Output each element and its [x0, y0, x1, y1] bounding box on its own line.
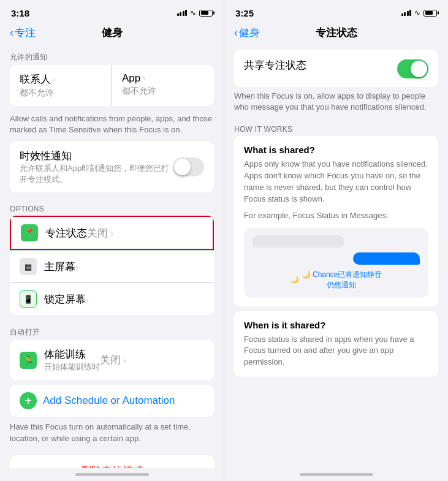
share-focus-text: 共享专注状态	[244, 58, 390, 72]
lock-screen-icon: 📱	[20, 290, 37, 308]
bubble-status-line1: 🌙 Chance已将通知静音	[302, 270, 382, 280]
right-status-time: 3:25	[235, 8, 254, 18]
battery-icon	[199, 10, 213, 17]
delete-label: 删除专注模式	[81, 465, 143, 468]
lock-screen-chevron-icon: ›	[86, 294, 89, 305]
left-back-button[interactable]: ‹ 专注	[10, 26, 36, 40]
focus-status-row[interactable]: 📍 专注状态 关闭 ›	[10, 216, 214, 250]
add-schedule-label: Add Schedule or Automation	[43, 395, 175, 407]
left-phone-panel: 3:18 ∿ ‹ 专注 健身 允许的通知 联系	[0, 0, 224, 481]
moon-icon: 🌙	[290, 276, 299, 284]
allowed-notifications-label: 允许的通知	[0, 45, 224, 65]
app-chevron-icon: ›	[143, 74, 145, 83]
app-col[interactable]: App › 都不允许	[112, 65, 214, 106]
add-help-text: Have this Focus turn on automatically at…	[0, 419, 224, 450]
how-it-works-label: HOW IT WORKS	[224, 119, 448, 136]
time-sensitive-card: 时效性通知 允许联系人和App即刻通知您，即便您已打开专注模式。	[10, 142, 214, 192]
workout-value: 关闭	[100, 353, 121, 367]
share-focus-toggle-knob	[411, 61, 427, 77]
bubble-status-line2: 仍然通知	[302, 280, 382, 290]
right-status-icons: ∿	[401, 9, 438, 17]
delete-button[interactable]: 删除专注模式	[10, 455, 214, 468]
home-screen-chevron-icon: ›	[75, 262, 78, 272]
right-nav-bar: ‹ 健身 专注状态	[224, 22, 448, 45]
message-demo: 🌙 🌙 Chance已将通知静音 仍然通知	[244, 228, 428, 298]
allow-help-text: Allow calls and notifications from peopl…	[0, 111, 224, 142]
right-signal-icon	[401, 10, 412, 16]
right-back-button[interactable]: ‹ 健身	[234, 26, 260, 40]
options-card: 📍 专注状态 关闭 › ▦ 主屏幕 › 📱 锁定屏幕 ›	[10, 216, 214, 315]
right-home-indicator	[300, 473, 373, 476]
wifi-icon: ∿	[190, 9, 196, 17]
add-icon: +	[20, 392, 37, 409]
share-focus-card: 共享专注状态	[234, 50, 438, 87]
back-chevron-icon: ‹	[10, 26, 13, 39]
auto-open-label: 自动打开	[0, 320, 224, 340]
bubble-left	[252, 235, 344, 248]
toggle-knob	[174, 159, 191, 175]
example-text: For example, Focus Status in Messages:	[244, 210, 428, 222]
contacts-app-card: 联系人 › 都不允许 App › 都不允许	[10, 65, 214, 106]
when-shared-card: When is it shared? Focus status is share…	[234, 311, 438, 377]
time-sensitive-toggle[interactable]	[173, 157, 204, 176]
right-back-chevron-icon: ‹	[234, 26, 238, 39]
share-focus-desc: When this Focus is on, allow apps to dis…	[224, 88, 448, 119]
contacts-chevron-icon: ›	[53, 75, 56, 84]
bubble-status: 🌙 🌙 Chance已将通知静音 仍然通知	[252, 270, 420, 290]
options-label: OPTIONS	[0, 197, 224, 216]
left-back-label: 专注	[15, 26, 36, 40]
focus-status-chevron-icon: ›	[110, 228, 113, 238]
focus-status-label: 专注状态	[45, 226, 87, 240]
home-screen-label: 主屏幕	[44, 260, 75, 274]
when-shared-title: When is it shared?	[244, 320, 428, 330]
right-back-label: 健身	[239, 26, 260, 40]
bubble-right	[353, 252, 420, 265]
app-subtitle: 都不允许	[122, 86, 204, 97]
workout-label: 体能训练	[44, 347, 100, 362]
right-status-bar: 3:25 ∿	[224, 0, 448, 22]
time-sensitive-label: 时效性通知	[20, 149, 173, 163]
home-screen-row[interactable]: ▦ 主屏幕 ›	[10, 250, 214, 282]
lock-screen-icon-row: 📱 锁定屏幕	[20, 290, 86, 308]
workout-icon: 🏃	[20, 352, 37, 369]
share-focus-section: 共享专注状态 When this Focus is on, allow apps…	[224, 50, 448, 119]
what-shared-card: What is shared? Apps only know that you …	[234, 136, 438, 306]
right-battery-icon	[423, 10, 437, 17]
workout-icon-row: 🏃 体能训练 开始体能训练时	[20, 347, 100, 373]
left-nav-bar: ‹ 专注 健身	[0, 22, 224, 45]
home-screen-icon: ▦	[20, 258, 37, 275]
workout-card: 🏃 体能训练 开始体能训练时 关闭 ›	[10, 340, 214, 380]
home-screen-icon-row: ▦ 主屏幕	[20, 258, 75, 275]
focus-status-value: 关闭	[87, 226, 108, 240]
right-phone-panel: 3:25 ∿ ‹ 健身 专注状态 共享专注状态	[224, 0, 448, 481]
share-focus-toggle[interactable]	[397, 59, 428, 78]
right-wifi-icon: ∿	[414, 9, 420, 17]
app-title: App ›	[122, 72, 204, 85]
time-sensitive-desc: 允许联系人和App即刻通知您，即便您已打开专注模式。	[20, 163, 173, 185]
left-status-time: 3:18	[11, 8, 29, 18]
contacts-title: 联系人 ›	[20, 72, 102, 86]
left-status-bar: 3:18 ∿	[0, 0, 224, 22]
contacts-subtitle: 都不允许	[20, 88, 102, 99]
add-schedule-button[interactable]: + Add Schedule or Automation	[10, 385, 214, 417]
workout-chevron-icon: ›	[123, 355, 126, 365]
what-shared-title: What is shared?	[244, 145, 428, 155]
lock-screen-label: 锁定屏幕	[44, 292, 86, 306]
signal-icon	[177, 10, 188, 16]
right-nav-title: 专注状态	[316, 26, 357, 40]
focus-status-icon: 📍	[21, 224, 38, 241]
contacts-col[interactable]: 联系人 › 都不允许	[10, 65, 112, 106]
left-status-icons: ∿	[177, 9, 213, 17]
left-home-indicator	[75, 473, 149, 476]
when-shared-text: Focus status is shared in apps when you …	[244, 334, 428, 369]
lock-screen-row[interactable]: 📱 锁定屏幕 ›	[10, 282, 214, 315]
focus-status-icon-row: 📍 专注状态	[21, 224, 87, 241]
workout-row[interactable]: 🏃 体能训练 开始体能训练时 关闭 ›	[10, 340, 214, 380]
what-shared-text: Apps only know that you have notificatio…	[244, 159, 428, 205]
left-nav-title: 健身	[102, 26, 123, 40]
right-panel-content: 共享专注状态 When this Focus is on, allow apps…	[224, 45, 448, 468]
left-panel-content: 允许的通知 联系人 › 都不允许 App › 都不允许 Allow calls …	[0, 45, 224, 468]
share-focus-title: 共享专注状态	[244, 58, 390, 72]
time-sensitive-row[interactable]: 时效性通知 允许联系人和App即刻通知您，即便您已打开专注模式。	[10, 142, 214, 192]
workout-sub: 开始体能训练时	[44, 362, 100, 373]
